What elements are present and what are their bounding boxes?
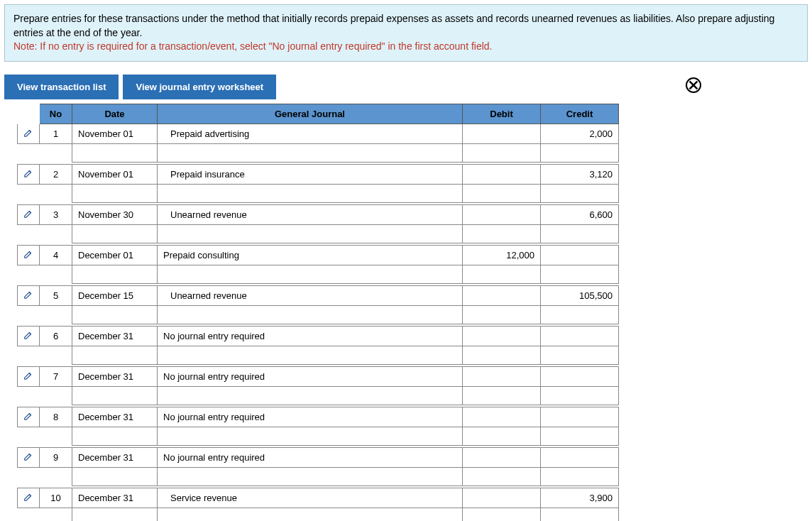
row-account[interactable]: No journal entry required bbox=[158, 326, 463, 346]
row-debit[interactable] bbox=[463, 488, 541, 508]
row-account[interactable]: Unearned revenue bbox=[158, 285, 463, 305]
row-account-blank[interactable] bbox=[158, 143, 463, 162]
row-account[interactable]: Prepaid consulting bbox=[158, 245, 463, 265]
table-row: 4December 01Prepaid consulting12,000 bbox=[18, 245, 619, 265]
tabs-row: View transaction list View journal entry… bbox=[4, 75, 808, 99]
pencil-icon[interactable] bbox=[23, 128, 33, 140]
row-account[interactable]: Prepaid insurance bbox=[158, 164, 463, 184]
row-credit[interactable]: 2,000 bbox=[541, 124, 619, 143]
row-credit-blank[interactable] bbox=[541, 305, 619, 324]
row-debit-blank[interactable] bbox=[463, 184, 541, 202]
row-account-blank[interactable] bbox=[158, 305, 463, 324]
row-debit[interactable] bbox=[463, 204, 541, 224]
row-credit[interactable] bbox=[541, 407, 619, 427]
pencil-icon[interactable] bbox=[23, 411, 33, 423]
row-debit[interactable] bbox=[463, 366, 541, 386]
row-no: 4 bbox=[40, 245, 72, 265]
pencil-icon[interactable] bbox=[23, 371, 33, 383]
table-row-blank bbox=[18, 427, 619, 445]
row-account-blank[interactable] bbox=[158, 427, 463, 445]
row-credit[interactable]: 3,120 bbox=[541, 164, 619, 184]
row-debit-blank[interactable] bbox=[463, 265, 541, 283]
header-edit bbox=[18, 104, 40, 124]
table-row-blank bbox=[18, 508, 619, 521]
row-account-blank[interactable] bbox=[158, 184, 463, 202]
row-credit-blank[interactable] bbox=[541, 184, 619, 202]
row-account[interactable]: No journal entry required bbox=[158, 407, 463, 427]
header-gj: General Journal bbox=[158, 104, 463, 124]
row-debit-blank[interactable] bbox=[463, 305, 541, 324]
row-debit[interactable] bbox=[463, 124, 541, 143]
row-credit[interactable] bbox=[541, 366, 619, 386]
row-credit[interactable] bbox=[541, 447, 619, 467]
row-date: December 31 bbox=[72, 326, 158, 346]
row-debit-blank[interactable] bbox=[463, 427, 541, 445]
row-account-blank[interactable] bbox=[158, 224, 463, 243]
row-debit-blank[interactable] bbox=[463, 143, 541, 162]
row-no: 9 bbox=[40, 447, 72, 467]
view-transaction-list-button[interactable]: View transaction list bbox=[4, 75, 119, 99]
row-account-blank[interactable] bbox=[158, 346, 463, 364]
row-no: 2 bbox=[40, 164, 72, 184]
pencil-icon[interactable] bbox=[23, 168, 33, 180]
pencil-icon[interactable] bbox=[23, 330, 33, 342]
row-account-blank[interactable] bbox=[158, 386, 463, 405]
row-credit-blank[interactable] bbox=[541, 224, 619, 243]
table-row-blank bbox=[18, 467, 619, 486]
row-debit[interactable] bbox=[463, 447, 541, 467]
note-label: Note: bbox=[13, 40, 37, 52]
pencil-icon[interactable] bbox=[23, 492, 33, 504]
row-no: 10 bbox=[40, 488, 72, 508]
row-no: 5 bbox=[40, 285, 72, 305]
row-account-blank[interactable] bbox=[158, 508, 463, 521]
row-credit[interactable] bbox=[541, 326, 619, 346]
journal-table: No Date General Journal Debit Credit 1No… bbox=[17, 104, 619, 521]
row-credit[interactable]: 105,500 bbox=[541, 285, 619, 305]
row-credit-blank[interactable] bbox=[541, 467, 619, 486]
row-debit[interactable] bbox=[463, 326, 541, 346]
row-debit-blank[interactable] bbox=[463, 346, 541, 364]
row-no: 8 bbox=[40, 407, 72, 427]
row-debit[interactable]: 12,000 bbox=[463, 245, 541, 265]
row-date: December 15 bbox=[72, 285, 158, 305]
close-icon[interactable] bbox=[686, 77, 701, 93]
view-journal-worksheet-button[interactable]: View journal entry worksheet bbox=[123, 75, 276, 99]
row-credit-blank[interactable] bbox=[541, 346, 619, 364]
pencil-icon[interactable] bbox=[23, 249, 33, 261]
row-debit-blank[interactable] bbox=[463, 224, 541, 243]
row-credit-blank[interactable] bbox=[541, 427, 619, 445]
row-credit[interactable]: 6,600 bbox=[541, 204, 619, 224]
table-row-blank bbox=[18, 143, 619, 162]
pencil-icon[interactable] bbox=[23, 209, 33, 221]
row-credit-blank[interactable] bbox=[541, 386, 619, 405]
row-debit-blank[interactable] bbox=[463, 467, 541, 486]
row-debit-blank[interactable] bbox=[463, 386, 541, 405]
row-no: 6 bbox=[40, 326, 72, 346]
row-credit[interactable] bbox=[541, 245, 619, 265]
row-account-blank[interactable] bbox=[158, 265, 463, 283]
table-row: 1November 01Prepaid advertising2,000 bbox=[18, 124, 619, 143]
row-credit[interactable]: 3,900 bbox=[541, 488, 619, 508]
row-date: November 30 bbox=[72, 204, 158, 224]
row-debit[interactable] bbox=[463, 164, 541, 184]
row-account[interactable]: Prepaid advertising bbox=[158, 124, 463, 143]
row-debit[interactable] bbox=[463, 285, 541, 305]
row-debit[interactable] bbox=[463, 407, 541, 427]
table-row: 9December 31No journal entry required bbox=[18, 447, 619, 467]
row-account[interactable]: No journal entry required bbox=[158, 447, 463, 467]
row-account-blank[interactable] bbox=[158, 467, 463, 486]
row-account[interactable]: Service revenue bbox=[158, 488, 463, 508]
row-no: 7 bbox=[40, 366, 72, 386]
row-credit-blank[interactable] bbox=[541, 143, 619, 162]
row-account[interactable]: Unearned revenue bbox=[158, 204, 463, 224]
row-credit-blank[interactable] bbox=[541, 265, 619, 283]
row-debit-blank[interactable] bbox=[463, 508, 541, 521]
pencil-icon[interactable] bbox=[23, 290, 33, 302]
pencil-icon[interactable] bbox=[23, 451, 33, 464]
row-date: November 01 bbox=[72, 124, 158, 143]
header-no: No bbox=[40, 104, 72, 124]
row-account[interactable]: No journal entry required bbox=[158, 366, 463, 386]
row-date: December 31 bbox=[72, 447, 158, 467]
row-credit-blank[interactable] bbox=[541, 508, 619, 521]
header-debit: Debit bbox=[463, 104, 541, 124]
